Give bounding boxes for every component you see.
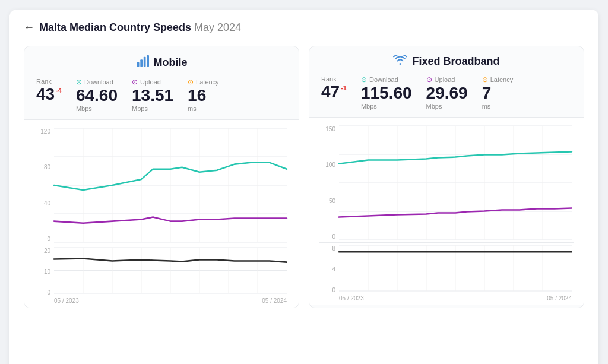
mobile-upload-unit: Mbps	[132, 105, 148, 112]
main-container: ← Malta Median Country Speeds May 2024	[10, 10, 598, 364]
broadband-rank: Rank 47 -1	[321, 75, 347, 100]
mobile-panel: Mobile Rank 43 -4 ⊙	[24, 46, 299, 308]
broadband-download-unit: Mbps	[361, 103, 377, 110]
broadband-latency-chart: 8 4 0	[319, 242, 574, 302]
mobile-rank-delta: -4	[56, 87, 62, 94]
broadband-speed-svg	[339, 126, 572, 240]
panels: Mobile Rank 43 -4 ⊙	[24, 46, 584, 308]
broadband-rank-label: Rank	[321, 75, 337, 83]
mobile-upload-label: ⊙ Upload	[132, 78, 161, 86]
broadband-upload-value: 29.69	[426, 85, 468, 102]
broadband-rank-value: 47 -1	[321, 84, 347, 100]
mobile-speed-y-axis: 120 80 40 0	[34, 126, 50, 245]
mobile-download-label: ⊙ Download	[76, 78, 113, 86]
svg-rect-0	[137, 62, 139, 67]
mobile-upload: ⊙ Upload 13.51 Mbps	[132, 78, 173, 112]
page-header: ← Malta Median Country Speeds May 2024	[24, 21, 584, 34]
mobile-download: ⊙ Download 64.60 Mbps	[76, 78, 118, 112]
mobile-speed-svg	[54, 128, 287, 242]
broadband-panel: Fixed Broadband Rank 47 -1 ⊙	[309, 46, 584, 308]
mobile-latency-chart: 20 10 0	[34, 245, 289, 304]
mobile-rank-value: 43 -4	[36, 86, 62, 103]
svg-rect-3	[147, 55, 149, 67]
mobile-speed-chart-area: 120 80 40 0	[24, 120, 299, 308]
upload-icon: ⊙	[132, 78, 138, 86]
broadband-download-value: 115.60	[361, 85, 412, 102]
broadband-latency-value: 7	[482, 85, 492, 102]
broadband-download: ⊙ Download 115.60 Mbps	[361, 75, 412, 110]
back-button[interactable]: ←	[24, 21, 34, 34]
mobile-download-unit: Mbps	[76, 105, 92, 112]
svg-rect-1	[140, 59, 142, 67]
broadband-latency: ⊙ Latency 7 ms	[482, 75, 514, 110]
wifi-icon	[393, 55, 407, 68]
mobile-x-axis: 05 / 2023 05 / 2024	[34, 297, 289, 304]
broadband-latency-svg	[339, 245, 572, 291]
mobile-latency-unit: ms	[188, 105, 197, 112]
broadband-latency-unit: ms	[482, 103, 491, 110]
broadband-speed-chart-area: 150 100 50 0	[309, 118, 584, 305]
broadband-latency-label: ⊙ Latency	[482, 75, 514, 84]
mobile-download-value: 64.60	[76, 87, 118, 104]
mobile-latency: ⊙ Latency 16 ms	[188, 78, 219, 112]
mobile-icon	[136, 55, 149, 71]
broadband-speed-chart: 150 100 50 0	[319, 124, 574, 242]
page-title: Malta Median Country Speeds May 2024	[39, 21, 241, 34]
broadband-upload-unit: Mbps	[426, 103, 442, 110]
broadband-panel-title: Fixed Broadband	[321, 55, 572, 68]
mobile-panel-header: Mobile Rank 43 -4 ⊙	[24, 46, 299, 120]
mobile-latency-value: 16	[188, 87, 206, 104]
svg-rect-2	[143, 57, 145, 67]
broadband-upload-icon: ⊙	[426, 75, 432, 84]
broadband-stats-row: Rank 47 -1 ⊙ Download 115.60	[321, 75, 572, 110]
mobile-speed-chart: 120 80 40 0	[34, 126, 289, 245]
broadband-latency-icon: ⊙	[482, 75, 488, 84]
mobile-latency-label: ⊙ Latency	[188, 78, 219, 86]
broadband-x-axis: 05 / 2023 05 / 2024	[319, 295, 574, 302]
broadband-rank-delta: -1	[341, 85, 347, 91]
mobile-upload-value: 13.51	[132, 87, 173, 104]
mobile-rank: Rank 43 -4	[36, 78, 62, 103]
broadband-download-icon: ⊙	[361, 75, 367, 84]
mobile-rank-label: Rank	[36, 78, 52, 85]
broadband-upload-label: ⊙ Upload	[426, 75, 455, 84]
download-icon: ⊙	[76, 78, 82, 86]
broadband-download-label: ⊙ Download	[361, 75, 398, 84]
broadband-panel-header: Fixed Broadband Rank 47 -1 ⊙	[309, 46, 584, 118]
mobile-panel-title: Mobile	[36, 55, 287, 71]
mobile-stats-row: Rank 43 -4 ⊙ Download 64.60	[36, 78, 287, 112]
latency-icon: ⊙	[188, 78, 194, 86]
mobile-latency-svg	[54, 248, 287, 293]
broadband-upload: ⊙ Upload 29.69 Mbps	[426, 75, 468, 110]
